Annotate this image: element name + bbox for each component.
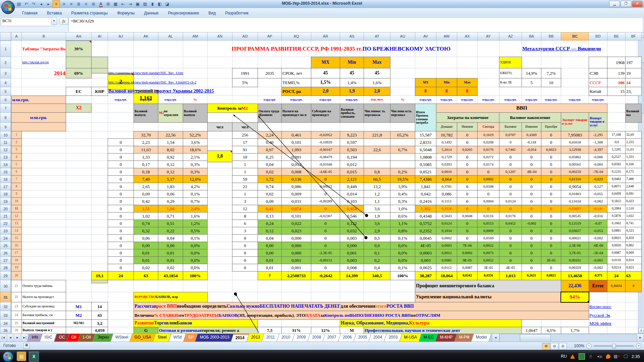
cell-AO15[interactable]: 1 (232, 168, 258, 176)
cell-AK6[interactable]: млрд.грн. (133, 96, 158, 104)
column-header-AV[interactable]: AV (415, 32, 436, 41)
cell-AW15[interactable]: 0,0016 (436, 168, 457, 176)
cell-BB35[interactable]: 4,5% (541, 327, 561, 334)
cell-AK34[interactable]: Развитие Торговли и Банков (133, 319, 258, 327)
cell-AQ27[interactable]: 0,001 (281, 256, 311, 264)
row-header-8[interactable]: 8 (0, 112, 11, 123)
cell-AY24[interactable]: 0,0569 (477, 234, 499, 242)
cell-AP29[interactable]: 7 (258, 271, 282, 280)
cell-AU22[interactable]: 1,1% (390, 220, 415, 227)
cell-A34[interactable]: 25 (11, 319, 22, 327)
column-header-AX[interactable]: AX (457, 32, 478, 41)
cell-BE29[interactable]: 24 (607, 271, 626, 280)
cell-AX9[interactable]: Некомм (457, 122, 478, 131)
cell-BB13[interactable]: 0 (541, 153, 561, 161)
sheet-tab-М-РФ[interactable]: М-РФ (454, 334, 474, 342)
cell-BF10[interactable]: 32,69 (625, 131, 642, 139)
sheet-tab-М-КНР[interactable]: М-КНР (435, 334, 457, 342)
cell-AK25[interactable]: 0,00 (133, 242, 158, 249)
cell-BA21[interactable]: 0 (522, 212, 541, 220)
cell-AT18[interactable]: 1,2 (364, 190, 390, 198)
column-header-AH[interactable]: AH (66, 32, 92, 41)
cell-AZ10[interactable]: 0,0707 (499, 131, 522, 139)
cell-AL14[interactable]: 0,12 (158, 161, 183, 168)
cell-A15[interactable]: 6 (11, 168, 22, 176)
cell-AU7[interactable]: Численн ость персонал (390, 104, 415, 123)
cell-AZ21[interactable]: 0,0176 (499, 212, 522, 220)
zoom-in-icon[interactable]: + (636, 343, 641, 349)
cell-AS22[interactable]: 0,122 (340, 220, 364, 227)
cell-AW7[interactable]: ВВП (436, 104, 607, 113)
cell-AP28[interactable]: 0,01 (258, 264, 282, 272)
cell-AL19[interactable]: 0,29 (158, 197, 183, 205)
row-header-35[interactable]: 35 (0, 327, 11, 334)
cell-AZ27[interactable]: 0 (499, 256, 522, 264)
cell-AX6[interactable]: млрд.грн. (457, 96, 478, 104)
cell-AS28[interactable]: 0,008 (340, 264, 364, 272)
cell-BA24[interactable]: 0 (522, 234, 541, 242)
cell-BF7[interactable]: Валовой вы (625, 104, 642, 123)
cell-AR16[interactable]: 0 (311, 175, 340, 183)
cell-BD26[interactable]: -1E-04 (589, 249, 607, 257)
cell-AZ23[interactable]: 0 (499, 227, 522, 235)
cell-AP11[interactable]: 0,40 (258, 138, 282, 146)
column-header-BA[interactable]: BA (522, 32, 541, 41)
cell-AH5[interactable]: ЕС (66, 87, 92, 96)
cell-BB18[interactable]: 0 (541, 190, 561, 198)
cell-AK23[interactable]: 0,32 (133, 227, 158, 235)
cell-AL29[interactable]: 43,1854 (158, 271, 183, 280)
cell-AO22[interactable]: 6 (232, 220, 258, 227)
cell-AY17[interactable]: 0,0508 (477, 183, 499, 190)
cell-AW17[interactable]: 0,3781 (436, 183, 457, 190)
cell-AW4[interactable]: Min (436, 78, 457, 87)
cell-AK26[interactable]: 0,01 (133, 249, 158, 257)
cell-AT19[interactable]: 1,1 (364, 197, 390, 205)
cell-BA19[interactable]: 0 (522, 197, 541, 205)
cell-AO10[interactable]: 256 (232, 131, 258, 139)
cell-AV13[interactable]: 1,0808 (415, 153, 436, 161)
cell-AM22[interactable]: 1,2% (183, 220, 208, 227)
cell-BC16[interactable]: 0,01316 (561, 175, 589, 183)
cell-AM23[interactable]: 0,5% (183, 227, 208, 235)
cell-AM29[interactable]: 100% (183, 271, 208, 280)
cell-AQ16[interactable]: 0,136 (281, 175, 311, 183)
name-box-dropdown-icon[interactable]: ▼ (51, 17, 57, 25)
cell-AM6[interactable]: % (183, 96, 208, 104)
column-header-AT[interactable]: AT (364, 32, 390, 41)
cell-AR29[interactable]: -0,2642 (311, 271, 340, 280)
cell-AT29[interactable]: 340,5 (364, 271, 390, 280)
cell-BF29[interactable]: 63 (625, 271, 642, 280)
cell-AM14[interactable]: 0,3% (183, 161, 208, 168)
cell-AP23[interactable]: 0,12 (258, 227, 282, 235)
cell-AT27[interactable]: 0,2 (364, 256, 390, 264)
cell-AL24[interactable]: 0,04 (158, 234, 183, 242)
cell-AO17[interactable]: 21 (232, 183, 258, 190)
cell-BD29[interactable]: -8,971 (589, 271, 607, 280)
cell-AS29[interactable]: 14,399 (340, 271, 364, 280)
column-header-AU[interactable]: AU (390, 32, 415, 41)
cell-BC14[interactable]: 0,00561 (561, 161, 589, 168)
close-button[interactable]: ✕ (632, 1, 643, 7)
cell-AS21[interactable]: 0,546 (340, 212, 364, 220)
cell-BE16[interactable]: 0,0482 (607, 175, 626, 183)
cell-AM1[interactable]: ПРОГРАММА РАЗВИТИЯ СССР, РФ 1991-2035 гг… (183, 41, 499, 57)
cell-AQ7[interactable]: Налоги на производст во и (281, 104, 311, 123)
cell-AH3[interactable]: 69% (66, 68, 92, 78)
cell-AY26[interactable]: 0,0073 (477, 249, 499, 257)
cell-B35[interactable]: Выпуск товаров и у (21, 327, 66, 334)
cell-AM15[interactable]: 0,3% (183, 168, 208, 176)
row-header-3[interactable]: 3 (0, 68, 11, 78)
cell-BA1[interactable]: Металлургия СССР — Википеди (522, 41, 642, 57)
row-header-18[interactable]: 18 (0, 190, 11, 198)
cell-AQ21[interactable]: 0,101 (281, 212, 311, 220)
cell-AV30[interactable]: Профицит внешнеторгового баланса (415, 280, 561, 292)
sheet-nav-next-icon[interactable]: ► (14, 334, 21, 342)
row-header-19[interactable]: 19 (0, 197, 11, 205)
cell-BE25[interactable]: 0,0026 (607, 242, 626, 249)
cell-BD21[interactable]: -0,016 (589, 212, 607, 220)
zoom-level[interactable]: 100% (574, 344, 584, 348)
cell-BD8[interactable]: Импорт товаров и услуг (589, 112, 607, 131)
cell-AX19[interactable]: 0 (457, 197, 478, 205)
cell-AU29[interactable]: 100% (390, 271, 415, 280)
cell-BB28[interactable]: 0 (541, 264, 561, 272)
